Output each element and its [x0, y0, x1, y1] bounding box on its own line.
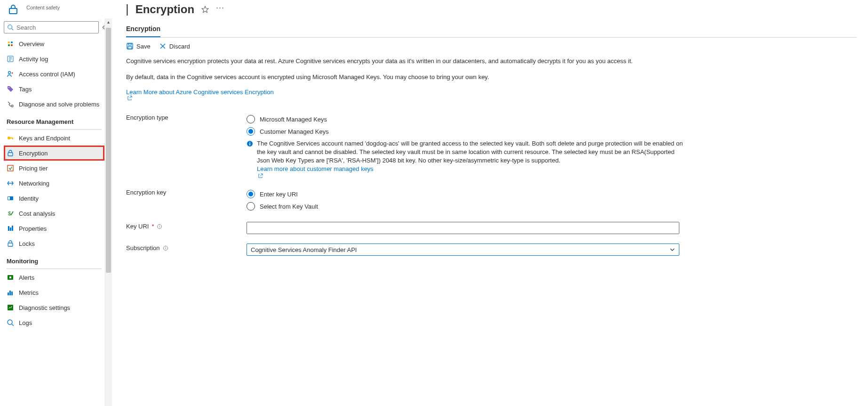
cost-icon: $ — [7, 210, 14, 217]
sidebar-item-identity[interactable]: Identity — [4, 191, 104, 206]
svg-rect-31 — [9, 291, 11, 295]
subscription-label: Subscription — [126, 244, 160, 252]
sidebar-item-keys-endpoint[interactable]: Keys and Endpoint — [4, 130, 104, 146]
discard-icon — [159, 42, 167, 50]
svg-rect-27 — [8, 243, 13, 246]
cmk-info-text: The Cognitive Services account named 'do… — [257, 140, 683, 164]
identity-icon — [7, 195, 14, 202]
tab-row: Encryption — [126, 25, 857, 38]
sidebar-item-alerts[interactable]: Alerts — [4, 270, 104, 285]
svg-rect-42 — [249, 143, 250, 145]
svg-point-7 — [11, 44, 13, 46]
sidebar-item-logs[interactable]: Logs — [4, 315, 104, 330]
sidebar-item-cost-analysis[interactable]: $ Cost analysis — [4, 206, 104, 221]
sidebar-item-metrics[interactable]: Metrics — [4, 285, 104, 300]
more-menu-button[interactable]: ··· — [216, 3, 224, 13]
search-input[interactable] — [16, 24, 96, 31]
svg-point-34 — [8, 320, 12, 325]
sidebar-item-label: Activity log — [19, 56, 48, 63]
svg-point-2 — [8, 25, 12, 29]
learn-more-label: Learn More about Azure Cognitive service… — [126, 89, 274, 96]
radio-enter-key-uri[interactable]: Enter key URI — [247, 188, 684, 200]
search-icon — [7, 24, 14, 31]
cmk-learn-more-label: Learn more about customer managed keys — [257, 165, 374, 172]
scroll-up-arrow-icon[interactable]: ▲ — [105, 18, 112, 26]
svg-line-3 — [12, 29, 14, 31]
subscription-value: Cognitive Services Anomaly Finder API — [251, 246, 357, 253]
sidebar-item-label: Tags — [19, 86, 32, 93]
key-uri-label: Key URI — [126, 223, 149, 230]
main-panel: Encryption Save Discard Cognitive servic… — [112, 18, 868, 406]
sidebar-item-access-control[interactable]: Access control (IAM) — [4, 66, 104, 81]
discard-button[interactable]: Discard — [159, 42, 190, 50]
radio-customer-managed[interactable]: Customer Managed Keys — [247, 125, 684, 138]
svg-rect-20 — [8, 165, 13, 171]
external-link-icon — [127, 96, 132, 101]
external-link-icon — [258, 173, 263, 179]
sidebar-item-label: Pricing tier — [19, 165, 48, 172]
sidebar-item-tags[interactable]: Tags — [4, 81, 104, 97]
sidebar-item-label: Locks — [19, 240, 35, 247]
sidebar-item-diagnostic-settings[interactable]: Diagnostic settings — [4, 300, 104, 315]
sidebar-search[interactable] — [4, 21, 99, 33]
sidebar-item-label: Logs — [19, 319, 32, 326]
sidebar-item-networking[interactable]: Networking — [4, 176, 104, 191]
sidebar-item-diagnose[interactable]: Diagnose and solve problems — [4, 97, 104, 112]
sidebar-item-label: Access control (IAM) — [19, 71, 75, 78]
sidebar-item-label: Diagnostic settings — [19, 304, 70, 311]
radio-input[interactable] — [247, 115, 255, 123]
sidebar-item-label: Alerts — [19, 274, 34, 281]
sidebar-item-overview[interactable]: Overview — [4, 36, 104, 51]
svg-rect-18 — [12, 138, 13, 139]
radio-input[interactable] — [247, 202, 255, 211]
svg-rect-25 — [10, 227, 11, 231]
radio-select-from-vault[interactable]: Select from Key Vault — [247, 200, 684, 212]
svg-rect-38 — [128, 47, 132, 49]
diagnostic-icon — [7, 304, 14, 311]
form-row-encryption-key: Encryption key Enter key URI Select from… — [126, 188, 857, 212]
sidebar-item-locks[interactable]: Locks — [4, 236, 104, 251]
sidebar: Overview Activity log Access control (IA… — [0, 18, 104, 406]
save-icon — [126, 42, 134, 50]
encryption-key-label: Encryption key — [126, 188, 247, 196]
sidebar-item-encryption[interactable]: Encryption — [4, 146, 104, 161]
info-icon[interactable] — [163, 245, 168, 251]
form-row-encryption-type: Encryption type Microsoft Managed Keys C… — [126, 113, 857, 179]
svg-point-12 — [8, 72, 11, 74]
sidebar-item-label: Diagnose and solve problems — [19, 101, 99, 108]
radio-microsoft-managed[interactable]: Microsoft Managed Keys — [247, 113, 684, 125]
tags-icon — [7, 85, 14, 93]
scroll-thumb[interactable] — [106, 28, 111, 273]
radio-input[interactable] — [247, 190, 255, 198]
sidebar-item-label: Cost analysis — [19, 210, 55, 217]
sidebar-section-resource-management: Resource Management — [4, 112, 104, 128]
cmk-learn-more-link[interactable]: Learn more about customer managed keys — [257, 165, 684, 179]
key-uri-input[interactable] — [247, 222, 679, 234]
svg-rect-19 — [8, 153, 13, 156]
save-button[interactable]: Save — [126, 42, 151, 50]
svg-point-46 — [159, 225, 160, 226]
sidebar-item-properties[interactable]: Properties — [4, 221, 104, 236]
subscription-select[interactable]: Cognitive Services Anomaly Finder API — [247, 244, 679, 256]
alerts-icon — [7, 274, 14, 281]
overview-icon — [7, 40, 14, 48]
chevron-down-icon — [669, 247, 675, 252]
radio-input[interactable] — [247, 127, 255, 136]
lock-small-icon — [7, 149, 14, 157]
networking-icon — [7, 179, 14, 187]
svg-rect-37 — [128, 43, 131, 45]
learn-more-link[interactable]: Learn More about Azure Cognitive service… — [126, 89, 857, 101]
sidebar-scrollbar[interactable]: ▲ — [104, 18, 112, 406]
tab-encryption[interactable]: Encryption — [126, 25, 160, 37]
sidebar-item-activity-log[interactable]: Activity log — [4, 51, 104, 66]
favorite-star-icon[interactable] — [201, 5, 209, 14]
resource-subtype: Content safety — [26, 5, 60, 10]
sidebar-item-pricing-tier[interactable]: Pricing tier — [4, 161, 104, 176]
svg-rect-29 — [9, 276, 11, 278]
sidebar-list: Overview Activity log Access control (IA… — [4, 36, 104, 406]
radio-label: Microsoft Managed Keys — [260, 116, 327, 123]
info-icon[interactable] — [157, 224, 162, 229]
description-paragraph-1: Cognitive services encryption protects y… — [126, 57, 785, 66]
svg-point-49 — [165, 247, 166, 247]
divider — [7, 129, 102, 130]
